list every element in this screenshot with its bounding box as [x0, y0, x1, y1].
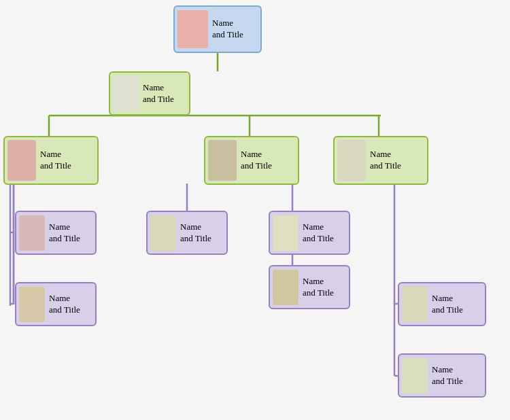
node-l3a1-label: Name and Title: [49, 222, 80, 245]
node-l2b-label: Name and Title: [241, 149, 272, 172]
node-l3a2-photo: [19, 287, 45, 322]
node-l1-label: Name and Title: [143, 82, 174, 105]
node-l3c2-label: Name and Title: [432, 364, 463, 387]
node-l3b1: Name and Title: [146, 211, 228, 255]
node-l3b2-label: Name and Title: [303, 276, 334, 299]
node-root-photo: [177, 10, 208, 48]
node-l1-photo: [113, 76, 139, 111]
node-l2c: Name and Title: [333, 136, 428, 185]
node-l1: Name and Title: [109, 71, 190, 116]
node-l2b-photo: [208, 140, 237, 181]
node-root: Name and Title: [173, 5, 262, 53]
node-l3a2: Name and Title: [15, 282, 97, 326]
org-chart: Name and Title Name and Title Name and T…: [0, 0, 510, 420]
node-l3a1: Name and Title: [15, 211, 97, 255]
node-l2c-label: Name and Title: [370, 149, 401, 172]
node-root-label: Name and Title: [212, 18, 243, 41]
node-l2a-label: Name and Title: [40, 149, 71, 172]
node-l2a: Name and Title: [3, 136, 99, 185]
node-l3a1-photo: [19, 215, 45, 251]
node-l3b2: Name and Title: [269, 265, 350, 309]
node-l3c2: Name and Title: [398, 353, 486, 398]
node-l2c-photo: [337, 140, 366, 181]
node-l3a2-label: Name and Title: [49, 293, 80, 316]
node-l3b1-photo: [150, 215, 176, 251]
node-l2a-photo: [7, 140, 36, 181]
node-l3c1: Name and Title: [398, 282, 486, 326]
node-l3b3-photo: [273, 215, 299, 251]
node-l3b1-label: Name and Title: [180, 222, 211, 245]
node-l3c1-photo: [402, 287, 428, 322]
node-l3b3: Name and Title: [269, 211, 350, 255]
node-l3b3-label: Name and Title: [303, 222, 334, 245]
node-l3c2-photo: [402, 358, 428, 393]
node-l3b2-photo: [273, 270, 299, 305]
node-l3c1-label: Name and Title: [432, 293, 463, 316]
node-l2b: Name and Title: [204, 136, 299, 185]
